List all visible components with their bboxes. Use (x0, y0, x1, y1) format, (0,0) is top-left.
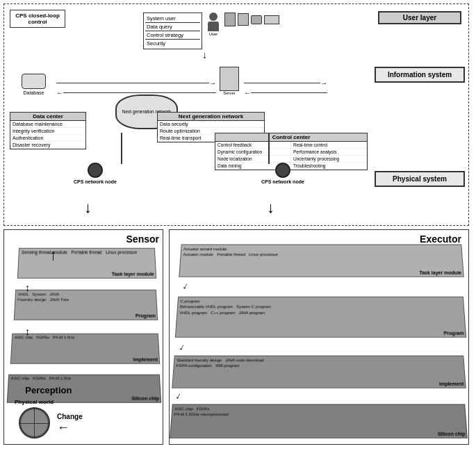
executor-program-text: C program Behaviorable VHDL program Syst… (177, 297, 464, 317)
perception-section: Perception Physical world Change ← (15, 385, 83, 441)
executor-program-label: Program (443, 331, 464, 336)
executor-silicon-label: Silicon chip (438, 432, 466, 436)
executor-implement-label: Implement (439, 382, 464, 386)
perception-title: Perception (15, 385, 83, 395)
executor-implement-layer: Standard foundry design JAVA code downlo… (172, 356, 466, 388)
big-up-arrow: ↑ (49, 246, 57, 264)
physical-world-label: Physical world (15, 399, 54, 405)
executor-program-layer: C program Behaviorable VHDL program Syst… (175, 297, 466, 338)
sensor-program-text: VHDL System JAVA Foundry design JAVA Tre… (15, 290, 156, 304)
cc-item-1: Real-time control (291, 142, 367, 149)
cps-label: CPS closed-loop control (10, 10, 65, 28)
cps-node-right: CPS network node (261, 163, 304, 185)
sensor-title: Sensor (126, 233, 159, 245)
sensor-implement-label: Implement (133, 357, 158, 362)
user-layer-inner-box: System user Data query Control strategy … (143, 13, 202, 49)
dc-item-1: Integrity verification (10, 128, 85, 135)
data-center-title: Data center (10, 113, 85, 121)
physical-system-box: Physical system (375, 171, 465, 187)
h-arrows-right: → ← (244, 79, 327, 97)
person-figure: User (208, 13, 219, 36)
executor-implement-text: Standard foundry design JAVA code downlo… (174, 356, 464, 370)
computer-devices (224, 13, 279, 26)
cc-item-5: Uncertainty processing (291, 156, 367, 163)
user-item-1: Data query (145, 23, 200, 31)
user-layer-title: User layer (379, 13, 460, 23)
main-container: CPS closed-loop control System user Data… (0, 0, 476, 451)
down-arrows: ↓ (202, 49, 207, 60)
cps-node-right-label: CPS network node (261, 179, 304, 185)
physical-system-title: Physical system (379, 175, 461, 183)
data-center-box: Data center Database maintenance Integri… (10, 112, 86, 149)
exec-arrow-3: ↓ (174, 389, 183, 401)
sensor-task-layer: Sensing thread module Portable thread Li… (17, 248, 156, 279)
executor-silicon-text: ASIC chip FGPAs P4-M 1.5GHz microprocess… (172, 405, 466, 419)
control-center-title: Control center (215, 133, 367, 142)
dc-item-3: Disaster recovery (10, 142, 85, 149)
sensor-task-label: Task layer module (112, 272, 154, 277)
sensor-silicon-text: ASIC chip FGPAs P4-M 1.5Hz (9, 375, 160, 382)
v-line-right (268, 133, 270, 164)
cps-node-left-label: CPS network node (74, 179, 117, 185)
network-item-0: Data security (158, 121, 264, 128)
executor-task-label: Task layer module (419, 270, 461, 275)
sensor-implement-layer: ASIC chip FGPAs P4-M 1.5Hz Implement (10, 334, 161, 364)
executor-section: Executor Actuator wizard module Actuator… (169, 229, 469, 445)
change-label: Change (57, 413, 83, 420)
cc-item-2: Dynamic configuration (215, 149, 291, 156)
globe-icon (19, 407, 50, 438)
v-line-left (121, 133, 122, 164)
executor-silicon-layer: ASIC chip FGPAs P4-M 1.5GHz microprocess… (170, 404, 468, 438)
user-item-2: Control strategy (145, 31, 200, 40)
cps-node-left: CPS network node (74, 163, 117, 185)
sensor-v-arrow-2: ↕ (25, 326, 30, 337)
exec-arrow-1: ↓ (181, 279, 190, 291)
user-icons-area: System user Data query Control strategy … (143, 13, 279, 49)
database-icon: Database (22, 74, 46, 95)
change-arrow: ← (57, 420, 83, 435)
user-item-3: Security (145, 40, 200, 47)
sensor-task-text: Sensing thread module Portable thread Li… (19, 249, 155, 256)
sensor-section: Sensor Sensing thread module Portable th… (3, 229, 163, 445)
executor-task-text: Actuator wizard module Actuator module P… (181, 245, 462, 259)
sensor-implement-text: ASIC chip FGPAs P4-M 1.5Hz (13, 334, 158, 341)
user-layer-box: User layer (378, 11, 461, 24)
cc-item-0: Control feedback (215, 142, 291, 149)
info-system-title: Information system (379, 71, 461, 79)
bottom-section: Sensor Sensing thread module Portable th… (3, 229, 469, 448)
arrow-down-right: ↓ (267, 199, 274, 217)
top-section: CPS closed-loop control System user Data… (3, 3, 469, 226)
server-icon: Server (220, 67, 239, 95)
arrow-down-left: ↓ (84, 199, 92, 217)
user-item-0: System user (145, 15, 200, 23)
info-system-box: Information system (375, 67, 465, 83)
sensor-silicon-label: Silicon chip (131, 396, 159, 401)
exec-arrow-2: ↓ (177, 341, 187, 352)
cc-item-3: Performance analysis (291, 149, 367, 156)
sensor-v-arrow-1: ↕ (25, 282, 30, 293)
network-box-title: Next generation network (158, 113, 264, 121)
database-label: Database (22, 90, 46, 95)
executor-title: Executor (420, 233, 461, 245)
dc-item-2: Authentication (10, 135, 85, 142)
sensor-program-layer: VHDL System JAVA Foundry design JAVA Tre… (14, 290, 158, 320)
executor-task-layer: Actuator wizard module Actuator module P… (179, 245, 463, 277)
cc-item-4: Node localization (215, 156, 291, 163)
sensor-program-label: Program (136, 313, 156, 318)
dc-item-0: Database maintenance (10, 121, 85, 128)
